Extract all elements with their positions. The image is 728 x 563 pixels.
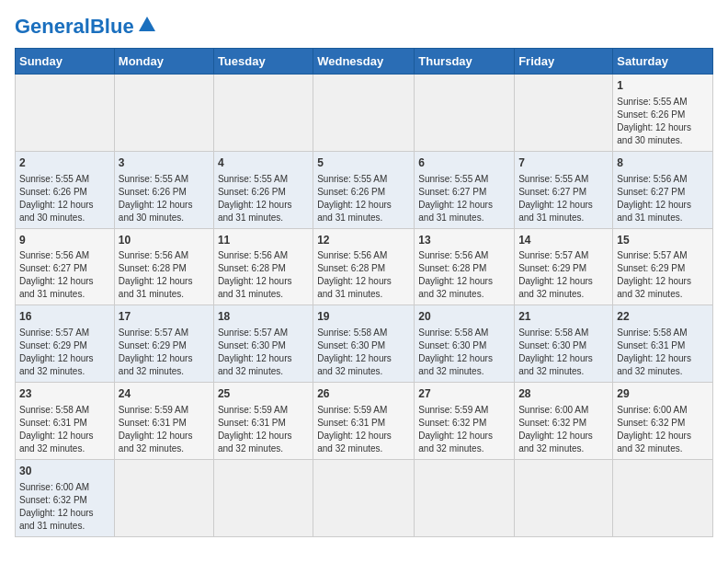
calendar-day-cell: 12Sunrise: 5:56 AM Sunset: 6:28 PM Dayli… — [313, 228, 415, 305]
day-number: 3 — [119, 155, 210, 171]
logo: GeneralBlue — [15, 15, 157, 39]
logo-text: GeneralBlue — [15, 15, 134, 39]
calendar-day-cell — [515, 459, 613, 536]
calendar-day-cell: 18Sunrise: 5:57 AM Sunset: 6:30 PM Dayli… — [213, 305, 313, 383]
calendar-day-cell: 16Sunrise: 5:57 AM Sunset: 6:29 PM Dayli… — [16, 305, 115, 383]
day-number: 2 — [19, 155, 110, 171]
day-info: Sunrise: 5:57 AM Sunset: 6:29 PM Dayligh… — [119, 327, 210, 378]
day-info: Sunrise: 5:56 AM Sunset: 6:28 PM Dayligh… — [418, 249, 510, 301]
weekday-header: Friday — [515, 49, 613, 75]
calendar-table: SundayMondayTuesdayWednesdayThursdayFrid… — [15, 48, 713, 537]
calendar-week-row: 1Sunrise: 5:55 AM Sunset: 6:26 PM Daylig… — [16, 75, 713, 152]
calendar-day-cell — [213, 75, 313, 152]
day-number: 19 — [317, 309, 410, 325]
day-number: 30 — [19, 464, 110, 479]
day-info: Sunrise: 5:57 AM Sunset: 6:29 PM Dayligh… — [19, 327, 110, 378]
day-info: Sunrise: 5:57 AM Sunset: 6:30 PM Dayligh… — [218, 327, 309, 378]
day-number: 13 — [418, 233, 510, 248]
day-info: Sunrise: 5:59 AM Sunset: 6:31 PM Dayligh… — [218, 404, 309, 455]
calendar-day-cell: 25Sunrise: 5:59 AM Sunset: 6:31 PM Dayli… — [213, 383, 313, 460]
day-number: 12 — [317, 233, 410, 248]
day-number: 23 — [19, 386, 110, 402]
calendar-day-cell: 23Sunrise: 5:58 AM Sunset: 6:31 PM Dayli… — [16, 383, 115, 460]
weekday-header: Tuesday — [213, 49, 313, 75]
day-info: Sunrise: 5:55 AM Sunset: 6:26 PM Dayligh… — [617, 96, 709, 147]
day-number: 5 — [317, 155, 410, 171]
calendar-day-cell: 17Sunrise: 5:57 AM Sunset: 6:29 PM Dayli… — [114, 305, 213, 383]
weekday-header: Wednesday — [313, 49, 415, 75]
day-number: 7 — [518, 155, 609, 171]
calendar-week-row: 2Sunrise: 5:55 AM Sunset: 6:26 PM Daylig… — [16, 151, 713, 228]
day-number: 26 — [317, 386, 410, 402]
calendar-day-cell: 14Sunrise: 5:57 AM Sunset: 6:29 PM Dayli… — [515, 228, 613, 305]
day-number: 17 — [119, 309, 210, 325]
day-number: 10 — [119, 233, 210, 248]
day-number: 16 — [19, 309, 110, 325]
calendar-day-cell: 28Sunrise: 6:00 AM Sunset: 6:32 PM Dayli… — [515, 383, 613, 460]
day-number: 22 — [617, 309, 709, 325]
weekday-header: Sunday — [16, 49, 115, 75]
calendar-day-cell: 13Sunrise: 5:56 AM Sunset: 6:28 PM Dayli… — [415, 228, 515, 305]
calendar-day-cell: 19Sunrise: 5:58 AM Sunset: 6:30 PM Dayli… — [313, 305, 415, 383]
day-number: 18 — [218, 309, 309, 325]
calendar-day-cell — [114, 459, 213, 536]
calendar-day-cell: 10Sunrise: 5:56 AM Sunset: 6:28 PM Dayli… — [114, 228, 213, 305]
day-info: Sunrise: 5:59 AM Sunset: 6:31 PM Dayligh… — [119, 404, 210, 455]
day-number: 4 — [218, 155, 309, 171]
calendar-day-cell: 24Sunrise: 5:59 AM Sunset: 6:31 PM Dayli… — [114, 383, 213, 460]
calendar-day-cell: 4Sunrise: 5:55 AM Sunset: 6:26 PM Daylig… — [213, 151, 313, 228]
day-info: Sunrise: 5:55 AM Sunset: 6:26 PM Dayligh… — [19, 173, 110, 224]
day-number: 28 — [518, 386, 609, 402]
calendar-day-cell: 30Sunrise: 6:00 AM Sunset: 6:32 PM Dayli… — [16, 459, 115, 536]
calendar-day-cell: 20Sunrise: 5:58 AM Sunset: 6:30 PM Dayli… — [415, 305, 515, 383]
calendar-week-row: 23Sunrise: 5:58 AM Sunset: 6:31 PM Dayli… — [16, 383, 713, 460]
day-info: Sunrise: 5:55 AM Sunset: 6:27 PM Dayligh… — [418, 173, 510, 224]
day-number: 8 — [617, 155, 709, 171]
calendar-day-cell: 3Sunrise: 5:55 AM Sunset: 6:26 PM Daylig… — [114, 151, 213, 228]
calendar-day-cell — [313, 459, 415, 536]
day-info: Sunrise: 5:59 AM Sunset: 6:32 PM Dayligh… — [418, 404, 510, 455]
calendar-day-cell — [16, 75, 115, 152]
calendar-day-cell: 21Sunrise: 5:58 AM Sunset: 6:30 PM Dayli… — [515, 305, 613, 383]
calendar-day-cell: 27Sunrise: 5:59 AM Sunset: 6:32 PM Dayli… — [415, 383, 515, 460]
weekday-header: Thursday — [415, 49, 515, 75]
day-info: Sunrise: 5:55 AM Sunset: 6:26 PM Dayligh… — [317, 173, 410, 224]
day-info: Sunrise: 6:00 AM Sunset: 6:32 PM Dayligh… — [617, 404, 709, 455]
day-info: Sunrise: 5:58 AM Sunset: 6:30 PM Dayligh… — [317, 327, 410, 378]
calendar-day-cell: 7Sunrise: 5:55 AM Sunset: 6:27 PM Daylig… — [515, 151, 613, 228]
day-number: 29 — [617, 386, 709, 402]
day-info: Sunrise: 5:58 AM Sunset: 6:30 PM Dayligh… — [418, 327, 510, 378]
day-info: Sunrise: 6:00 AM Sunset: 6:32 PM Dayligh… — [518, 404, 609, 455]
day-info: Sunrise: 5:56 AM Sunset: 6:27 PM Dayligh… — [617, 173, 709, 224]
calendar-day-cell — [213, 459, 313, 536]
weekday-header: Monday — [114, 49, 213, 75]
day-number: 1 — [617, 78, 709, 94]
day-number: 20 — [418, 309, 510, 325]
day-info: Sunrise: 5:56 AM Sunset: 6:28 PM Dayligh… — [218, 249, 309, 301]
day-info: Sunrise: 5:56 AM Sunset: 6:28 PM Dayligh… — [317, 249, 410, 301]
day-number: 25 — [218, 386, 309, 402]
calendar-day-cell: 29Sunrise: 6:00 AM Sunset: 6:32 PM Dayli… — [613, 383, 713, 460]
day-info: Sunrise: 5:58 AM Sunset: 6:31 PM Dayligh… — [19, 404, 110, 455]
logo-general: General — [15, 15, 90, 38]
calendar-day-cell — [415, 75, 515, 152]
day-info: Sunrise: 5:57 AM Sunset: 6:29 PM Dayligh… — [617, 249, 709, 301]
calendar-day-cell: 2Sunrise: 5:55 AM Sunset: 6:26 PM Daylig… — [16, 151, 115, 228]
calendar-day-cell: 5Sunrise: 5:55 AM Sunset: 6:26 PM Daylig… — [313, 151, 415, 228]
calendar-day-cell: 11Sunrise: 5:56 AM Sunset: 6:28 PM Dayli… — [213, 228, 313, 305]
calendar-day-cell: 8Sunrise: 5:56 AM Sunset: 6:27 PM Daylig… — [613, 151, 713, 228]
calendar-day-cell: 26Sunrise: 5:59 AM Sunset: 6:31 PM Dayli… — [313, 383, 415, 460]
day-number: 11 — [218, 233, 309, 248]
day-info: Sunrise: 5:58 AM Sunset: 6:30 PM Dayligh… — [518, 327, 609, 378]
calendar-week-row: 9Sunrise: 5:56 AM Sunset: 6:27 PM Daylig… — [16, 228, 713, 305]
day-info: Sunrise: 5:55 AM Sunset: 6:26 PM Dayligh… — [119, 173, 210, 224]
logo-icon — [137, 15, 157, 35]
day-info: Sunrise: 5:57 AM Sunset: 6:29 PM Dayligh… — [518, 249, 609, 301]
day-number: 14 — [518, 233, 609, 248]
day-info: Sunrise: 5:55 AM Sunset: 6:26 PM Dayligh… — [218, 173, 309, 224]
calendar-day-cell: 9Sunrise: 5:56 AM Sunset: 6:27 PM Daylig… — [16, 228, 115, 305]
day-number: 27 — [418, 386, 510, 402]
calendar-day-cell — [415, 459, 515, 536]
day-number: 24 — [119, 386, 210, 402]
day-info: Sunrise: 5:59 AM Sunset: 6:31 PM Dayligh… — [317, 404, 410, 455]
